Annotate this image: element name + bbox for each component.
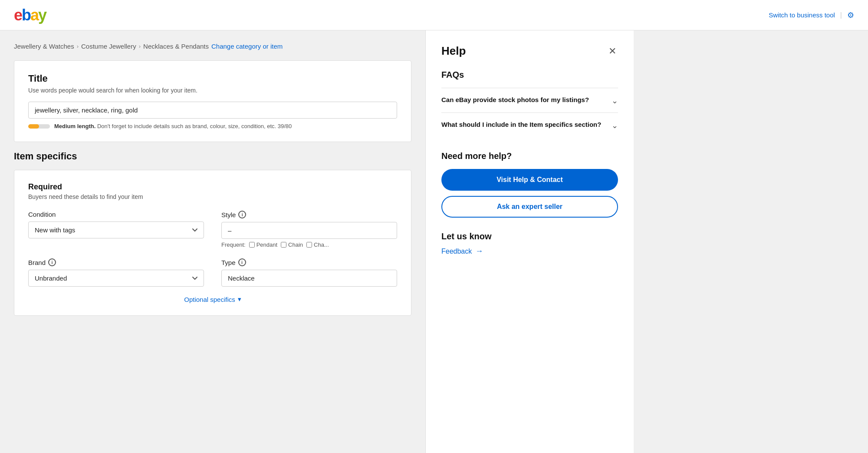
faq-item-1[interactable]: Can eBay provide stock photos for my lis… — [441, 88, 618, 112]
gear-icon[interactable]: ⚙ — [847, 10, 854, 20]
help-header: Help ✕ — [441, 44, 618, 58]
type-input[interactable] — [221, 270, 397, 287]
brand-label: Brand i — [28, 258, 204, 266]
brand-select[interactable]: Unbranded — [28, 270, 204, 287]
type-label: Type i — [221, 258, 397, 266]
title-heading: Title — [28, 73, 397, 84]
breadcrumb: Jewellery & Watches › Costume Jewellery … — [14, 43, 411, 50]
help-close-button[interactable]: ✕ — [607, 45, 618, 58]
header-divider: | — [840, 11, 842, 19]
title-card: Title Use words people would search for … — [14, 60, 411, 142]
item-specifics-section: Item specifics Required Buyers need thes… — [14, 151, 411, 316]
logo-b1: b — [22, 7, 30, 23]
let-us-know-title: Let us know — [441, 231, 618, 241]
progress-detail: Don't forget to include details such as … — [97, 123, 292, 129]
style-input[interactable] — [221, 222, 397, 239]
faq-chevron-2: ⌄ — [612, 121, 618, 130]
help-title: Help — [441, 44, 466, 58]
faqs-title: FAQs — [441, 70, 618, 80]
ebay-logo: ebay — [14, 7, 46, 23]
need-more-title: Need more help? — [441, 151, 618, 161]
condition-label: Condition — [28, 211, 204, 218]
pendant-checkbox[interactable] — [249, 242, 255, 248]
style-field-group: Style i Frequent: Pendant — [221, 211, 397, 248]
char-count-row: Medium length. Don't forget to include d… — [28, 123, 397, 129]
optional-specifics-row: Optional specifics ▾ — [28, 287, 397, 303]
main-content: Jewellery & Watches › Costume Jewellery … — [0, 30, 425, 453]
switch-business-link[interactable]: Switch to business tool — [769, 11, 835, 19]
style-input-wrap: Frequent: Pendant Chain — [221, 222, 397, 248]
breadcrumb-item-necklaces: Necklaces & Pendants — [143, 43, 209, 50]
frequent-chain[interactable]: Chain — [281, 241, 303, 248]
ask-expert-button[interactable]: Ask an expert seller — [441, 196, 618, 218]
progress-label: Medium length. — [54, 123, 95, 129]
feedback-label: Feedback — [441, 248, 472, 255]
style-label: Style i — [221, 211, 397, 218]
specifics-card: Required Buyers need these details to fi… — [14, 170, 411, 316]
breadcrumb-arrow-2: › — [139, 43, 141, 50]
let-us-know: Let us know Feedback → — [441, 231, 618, 256]
chain-checkbox[interactable] — [281, 242, 286, 248]
progress-bar-fill — [28, 124, 39, 129]
breadcrumb-arrow-1: › — [77, 43, 79, 50]
required-subtitle: Buyers need these details to find your i… — [28, 193, 397, 200]
logo-y: y — [38, 7, 46, 23]
breadcrumb-item-costume: Costume Jewellery — [81, 43, 136, 50]
frequent-items: Frequent: Pendant Chain — [221, 241, 397, 248]
header: ebay Switch to business tool | ⚙ — [0, 0, 868, 30]
logo-e: e — [14, 7, 22, 23]
breadcrumb-item-jewellery: Jewellery & Watches — [14, 43, 74, 50]
fields-grid: Condition New with tags New without tags… — [28, 211, 397, 287]
frequent-label: Frequent: — [221, 241, 246, 248]
optional-specifics-button[interactable]: Optional specifics ▾ — [184, 295, 241, 303]
style-info-icon[interactable]: i — [238, 211, 246, 218]
brand-field-group: Brand i Unbranded — [28, 258, 204, 287]
char-count-text: Medium length. Don't forget to include d… — [54, 123, 292, 129]
faq-item-2[interactable]: What should I include in the Item specif… — [441, 112, 618, 137]
frequent-pendant[interactable]: Pendant — [249, 241, 277, 248]
frequent-charm[interactable]: Cha... — [306, 241, 329, 248]
type-info-icon[interactable]: i — [238, 258, 246, 266]
progress-bar-wrap — [28, 124, 50, 129]
item-specifics-heading: Item specifics — [14, 151, 411, 162]
brand-info-icon[interactable]: i — [48, 258, 56, 266]
title-input[interactable] — [28, 102, 397, 119]
help-panel: Help ✕ FAQs Can eBay provide stock photo… — [425, 30, 634, 453]
feedback-arrow-icon: → — [475, 247, 483, 256]
visit-help-button[interactable]: Visit Help & Contact — [441, 169, 618, 191]
change-category-link[interactable]: Change category or item — [211, 43, 283, 50]
condition-field-group: Condition New with tags New without tags… — [28, 211, 204, 248]
type-field-group: Type i — [221, 258, 397, 287]
page-container: Jewellery & Watches › Costume Jewellery … — [0, 30, 868, 453]
header-right: Switch to business tool | ⚙ — [769, 10, 854, 20]
optional-specifics-label: Optional specifics — [184, 296, 235, 303]
feedback-link[interactable]: Feedback → — [441, 247, 618, 256]
faq-question-2: What should I include in the Item specif… — [441, 120, 601, 129]
need-more-help: Need more help? Visit Help & Contact Ask… — [441, 151, 618, 218]
required-heading: Required — [28, 182, 397, 192]
condition-select[interactable]: New with tags New without tags New with … — [28, 222, 204, 238]
title-subtitle: Use words people would search for when l… — [28, 87, 397, 94]
faq-question-1: Can eBay provide stock photos for my lis… — [441, 95, 589, 104]
logo-a: a — [30, 7, 38, 23]
charm-checkbox[interactable] — [306, 242, 312, 248]
optional-specifics-chevron: ▾ — [238, 295, 241, 303]
faq-chevron-1: ⌄ — [612, 96, 618, 106]
